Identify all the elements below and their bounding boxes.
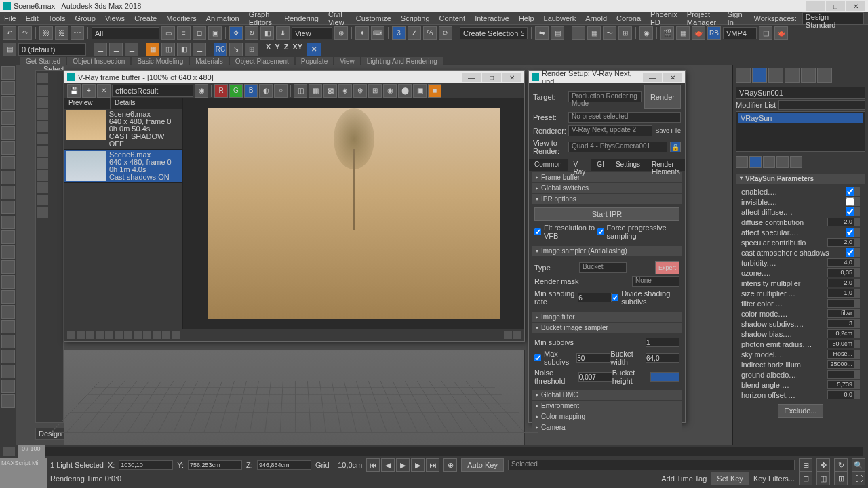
layer-btn[interactable]: ◧ [177, 43, 191, 56]
scene-icon[interactable] [37, 170, 48, 181]
viewport-nav-icon[interactable]: ◫ [816, 472, 830, 485]
param-spinner[interactable] [854, 380, 860, 389]
modifier-stack[interactable]: VRaySun [736, 111, 865, 152]
preset-dropdown[interactable]: No preset selected [568, 112, 681, 123]
vfb-tool-icon[interactable]: ◫ [294, 84, 307, 98]
param-spinner[interactable] [854, 390, 860, 399]
perspective-viewport[interactable] [64, 350, 525, 458]
display-panel-tab[interactable] [801, 68, 816, 83]
vfb-alpha-icon[interactable]: ◐ [259, 84, 273, 98]
make-unique-icon[interactable] [763, 156, 775, 168]
left-tool-icon[interactable] [1, 156, 15, 169]
set-key-button[interactable]: Set Key [711, 472, 749, 485]
left-tool-icon[interactable] [1, 394, 15, 408]
axis-x-button[interactable]: X [266, 43, 271, 56]
vfb-blue-icon[interactable]: B [244, 84, 258, 98]
select-place-button[interactable]: ⬇ [276, 26, 290, 40]
param-spinner[interactable] [854, 360, 860, 369]
param-checkbox[interactable] [846, 207, 854, 216]
param-spinner[interactable] [854, 218, 860, 226]
vfb-minimize-button[interactable]: — [462, 73, 481, 82]
vfb-tool-icon[interactable]: ⬤ [398, 84, 412, 98]
axis-xy-button[interactable]: XY [292, 43, 302, 56]
param-spinner[interactable] [854, 207, 860, 216]
sign-in-button[interactable]: Sign In [728, 10, 749, 26]
vfb-status-icon[interactable] [153, 331, 161, 339]
modify-panel-tab[interactable] [752, 68, 767, 83]
menu-corona[interactable]: Corona [616, 14, 641, 22]
vfb-plus-icon[interactable]: + [82, 84, 96, 98]
viewport-nav-icon[interactable]: ✥ [816, 458, 830, 472]
max-subdivs-input[interactable] [576, 353, 610, 363]
spinner-snap-button[interactable]: ⟳ [439, 26, 452, 40]
left-tool-icon[interactable] [1, 245, 15, 259]
scene-icon[interactable] [37, 158, 48, 169]
workspace-dropdown[interactable]: Design Standard [802, 12, 864, 24]
param-spinner[interactable] [854, 197, 860, 206]
param-spinner[interactable] [854, 187, 860, 196]
menu-views[interactable]: Views [105, 14, 125, 22]
rollout-environment[interactable]: Environment [532, 401, 682, 411]
hierarchy-panel-tab[interactable] [768, 68, 783, 83]
param-value-input[interactable]: 5,739 [827, 380, 854, 389]
layer-dropdown[interactable] [18, 43, 86, 56]
exclude-button[interactable]: Exclude... [778, 404, 823, 418]
link-button[interactable]: ⛓ [39, 26, 53, 40]
graphite-toggle-button[interactable]: ▤ [3, 43, 16, 56]
menu-modifiers[interactable]: Modifiers [166, 14, 197, 22]
vfb-rgb-icon[interactable]: ◉ [195, 84, 208, 98]
param-value-input[interactable] [827, 370, 854, 379]
param-spinner[interactable] [854, 289, 860, 298]
keyboard-shortcut-button[interactable]: ⌨ [371, 26, 384, 40]
select-by-name-button[interactable]: ≡ [177, 26, 191, 40]
scene-icon[interactable] [37, 195, 48, 205]
angle-snap-button[interactable]: ∠ [408, 26, 421, 40]
coord-y-input[interactable] [188, 460, 242, 470]
view-lock-icon[interactable]: 🔒 [670, 142, 681, 152]
param-value-input[interactable]: 50,0cm [827, 340, 854, 348]
vfb-status-icon[interactable] [67, 331, 75, 339]
param-checkbox[interactable] [846, 197, 854, 206]
left-tool-icon[interactable] [1, 275, 15, 289]
selection-filter-dropdown[interactable] [92, 27, 159, 39]
vfb-status-icon[interactable] [86, 331, 94, 339]
tab-common[interactable]: Common [529, 159, 568, 171]
scene-freeze-icon[interactable] [37, 85, 48, 96]
left-tool-icon[interactable] [1, 126, 15, 140]
axis-constraint-button[interactable]: ✕ [307, 43, 321, 56]
bucket-height-lock-icon[interactable] [650, 372, 679, 382]
undo-button[interactable]: ↶ [3, 26, 16, 40]
motion-panel-tab[interactable] [785, 68, 800, 83]
menu-arnold[interactable]: Arnold [585, 14, 607, 22]
polymodel-button[interactable]: ▦ [146, 43, 159, 56]
percent-snap-button[interactable]: % [423, 26, 437, 40]
scene-icon[interactable] [37, 146, 48, 157]
render-setup-button[interactable]: 🎬 [660, 26, 674, 40]
menu-customize[interactable]: Customize [356, 14, 391, 22]
param-value-input[interactable]: 0,2cm [827, 329, 854, 338]
param-value-input[interactable]: 0,35 [827, 268, 854, 277]
viewport-nav-icon[interactable]: ⊞ [834, 472, 848, 485]
render-setup-close-button[interactable]: ✕ [663, 73, 682, 82]
rect-region-button[interactable]: ◻ [193, 26, 206, 40]
rollout-camera[interactable]: Camera [532, 422, 682, 432]
noise-threshold-input[interactable] [578, 372, 612, 382]
left-tool-icon[interactable] [1, 201, 15, 214]
vfb-history-item-selected[interactable]: Scene6.max 640 x 480, frame 0 0h 1m 4.0s… [64, 150, 182, 183]
viewport-nav-icon[interactable]: ⛶ [852, 472, 865, 485]
measure-button[interactable]: ↘ [229, 43, 243, 56]
vfb-save-icon[interactable]: 💾 [67, 84, 81, 98]
param-checkbox[interactable] [846, 187, 854, 196]
configure-sets-icon[interactable] [790, 156, 802, 168]
scene-icon[interactable] [37, 121, 48, 132]
menu-file[interactable]: File [4, 14, 16, 22]
renderer-dropdown[interactable]: V-Ray Next, update 2 [568, 125, 652, 136]
render-button[interactable]: Render [644, 85, 681, 109]
render-preset-dropdown[interactable] [723, 27, 757, 39]
modifier-list-dropdown[interactable] [778, 100, 865, 110]
pin-stack-icon[interactable] [736, 156, 748, 168]
menu-scripting[interactable]: Scripting [401, 14, 430, 22]
rollout-image-sampler[interactable]: Image sampler (Antialiasing) [532, 246, 682, 256]
scene-icon[interactable] [37, 134, 48, 144]
vfb-tool-icon[interactable]: ◉ [383, 84, 397, 98]
